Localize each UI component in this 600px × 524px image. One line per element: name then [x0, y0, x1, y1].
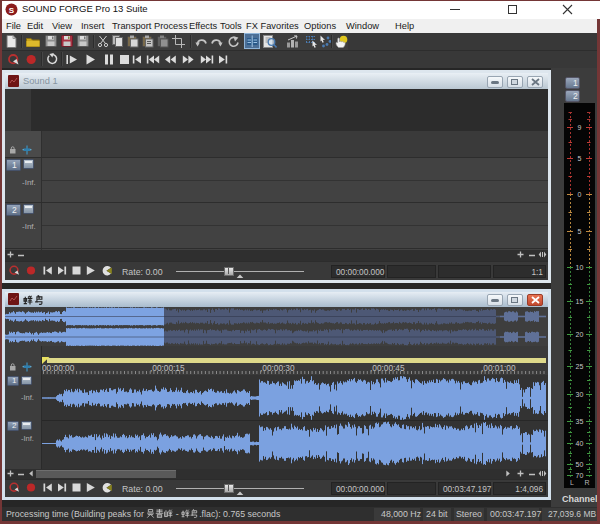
- svg-text:L: L: [570, 479, 574, 486]
- svg-text:50: 50: [576, 461, 584, 468]
- svg-text:35: 35: [576, 418, 584, 425]
- svg-text:40: 40: [576, 440, 584, 447]
- svg-text:5: 5: [578, 155, 582, 162]
- svg-text:R: R: [584, 479, 589, 486]
- svg-text:70: 70: [576, 472, 584, 479]
- svg-text:20: 20: [576, 331, 584, 338]
- svg-text:25: 25: [576, 363, 584, 370]
- svg-text:0: 0: [578, 191, 582, 198]
- svg-text:30: 30: [576, 391, 584, 398]
- svg-text:10: 10: [576, 264, 584, 271]
- svg-text:S: S: [9, 6, 15, 15]
- svg-text:15: 15: [576, 298, 584, 305]
- svg-text:5: 5: [578, 228, 582, 235]
- svg-text:9: 9: [578, 124, 582, 131]
